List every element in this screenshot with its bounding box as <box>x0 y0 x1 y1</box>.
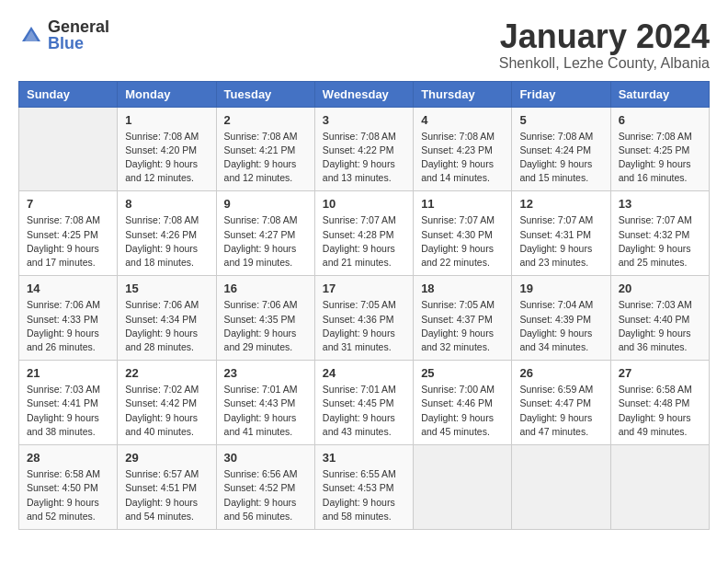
day-info: Sunrise: 7:06 AMSunset: 4:34 PMDaylight:… <box>125 298 208 354</box>
logo: General Blue <box>18 18 109 52</box>
calendar-cell <box>414 445 512 530</box>
day-number: 20 <box>619 282 701 295</box>
calendar-cell: 25Sunrise: 7:00 AMSunset: 4:46 PMDayligh… <box>414 361 512 445</box>
header-day-monday: Monday <box>118 81 216 107</box>
header-row: SundayMondayTuesdayWednesdayThursdayFrid… <box>19 81 710 107</box>
week-row-1: 7Sunrise: 7:08 AMSunset: 4:25 PMDaylight… <box>19 191 710 276</box>
day-number: 28 <box>27 451 109 465</box>
day-info: Sunrise: 6:57 AMSunset: 4:51 PMDaylight:… <box>125 467 208 523</box>
calendar-cell: 27Sunrise: 6:58 AMSunset: 4:48 PMDayligh… <box>610 361 709 445</box>
day-info: Sunrise: 7:07 AMSunset: 4:28 PMDaylight:… <box>323 213 405 270</box>
page-header: General Blue January 2024 Shenkoll, Lezh… <box>18 18 710 72</box>
month-title: January 2024 <box>499 18 710 55</box>
day-info: Sunrise: 7:07 AMSunset: 4:31 PMDaylight:… <box>519 213 602 270</box>
day-info: Sunrise: 7:02 AMSunset: 4:42 PMDaylight:… <box>125 383 208 439</box>
day-number: 16 <box>224 282 307 295</box>
calendar-cell: 30Sunrise: 6:56 AMSunset: 4:52 PMDayligh… <box>216 445 314 530</box>
calendar-cell: 5Sunrise: 7:08 AMSunset: 4:24 PMDaylight… <box>512 107 610 191</box>
header-day-thursday: Thursday <box>414 81 512 107</box>
day-info: Sunrise: 7:08 AMSunset: 4:20 PMDaylight:… <box>125 130 208 186</box>
day-number: 29 <box>125 451 208 465</box>
day-number: 30 <box>224 451 307 465</box>
calendar-cell: 3Sunrise: 7:08 AMSunset: 4:22 PMDaylight… <box>314 107 413 191</box>
week-row-4: 28Sunrise: 6:58 AMSunset: 4:50 PMDayligh… <box>19 445 710 530</box>
day-info: Sunrise: 7:08 AMSunset: 4:25 PMDaylight:… <box>27 213 109 270</box>
header-day-tuesday: Tuesday <box>216 81 314 107</box>
day-info: Sunrise: 7:08 AMSunset: 4:26 PMDaylight:… <box>125 213 208 270</box>
day-number: 11 <box>421 197 504 211</box>
day-number: 8 <box>125 197 208 211</box>
day-info: Sunrise: 7:05 AMSunset: 4:37 PMDaylight:… <box>421 298 504 354</box>
day-info: Sunrise: 6:59 AMSunset: 4:47 PMDaylight:… <box>519 383 602 439</box>
day-info: Sunrise: 7:07 AMSunset: 4:32 PMDaylight:… <box>619 213 701 270</box>
day-number: 22 <box>125 366 208 380</box>
calendar-cell: 18Sunrise: 7:05 AMSunset: 4:37 PMDayligh… <box>414 276 512 361</box>
calendar-cell: 23Sunrise: 7:01 AMSunset: 4:43 PMDayligh… <box>216 361 314 445</box>
day-number: 14 <box>27 282 109 295</box>
day-info: Sunrise: 6:58 AMSunset: 4:50 PMDaylight:… <box>27 467 109 523</box>
day-info: Sunrise: 7:08 AMSunset: 4:25 PMDaylight:… <box>619 130 701 186</box>
day-number: 24 <box>323 366 405 380</box>
day-info: Sunrise: 7:03 AMSunset: 4:40 PMDaylight:… <box>619 298 701 354</box>
week-row-0: 1Sunrise: 7:08 AMSunset: 4:20 PMDaylight… <box>19 107 710 191</box>
day-number: 17 <box>323 282 405 295</box>
day-info: Sunrise: 6:55 AMSunset: 4:53 PMDaylight:… <box>323 467 405 523</box>
calendar-cell: 6Sunrise: 7:08 AMSunset: 4:25 PMDaylight… <box>610 107 709 191</box>
day-info: Sunrise: 7:08 AMSunset: 4:27 PMDaylight:… <box>224 213 307 270</box>
day-number: 26 <box>519 366 602 380</box>
calendar-cell <box>610 445 709 530</box>
day-number: 15 <box>125 282 208 295</box>
calendar-cell: 12Sunrise: 7:07 AMSunset: 4:31 PMDayligh… <box>512 191 610 276</box>
day-info: Sunrise: 7:05 AMSunset: 4:36 PMDaylight:… <box>323 298 405 354</box>
calendar-cell: 21Sunrise: 7:03 AMSunset: 4:41 PMDayligh… <box>19 361 118 445</box>
calendar-cell: 2Sunrise: 7:08 AMSunset: 4:21 PMDaylight… <box>216 107 314 191</box>
calendar-cell: 16Sunrise: 7:06 AMSunset: 4:35 PMDayligh… <box>216 276 314 361</box>
calendar-body: 1Sunrise: 7:08 AMSunset: 4:20 PMDaylight… <box>19 107 710 529</box>
calendar-cell: 8Sunrise: 7:08 AMSunset: 4:26 PMDaylight… <box>118 191 216 276</box>
day-number: 2 <box>224 113 307 127</box>
day-number: 9 <box>224 197 307 211</box>
day-info: Sunrise: 7:08 AMSunset: 4:22 PMDaylight:… <box>323 130 405 186</box>
calendar-cell: 24Sunrise: 7:01 AMSunset: 4:45 PMDayligh… <box>314 361 413 445</box>
calendar-cell: 17Sunrise: 7:05 AMSunset: 4:36 PMDayligh… <box>314 276 413 361</box>
day-info: Sunrise: 7:08 AMSunset: 4:21 PMDaylight:… <box>224 130 307 186</box>
day-number: 7 <box>27 197 109 211</box>
day-info: Sunrise: 7:08 AMSunset: 4:23 PMDaylight:… <box>421 130 504 186</box>
calendar-cell: 29Sunrise: 6:57 AMSunset: 4:51 PMDayligh… <box>118 445 216 530</box>
day-number: 12 <box>519 197 602 211</box>
calendar-table: SundayMondayTuesdayWednesdayThursdayFrid… <box>18 81 710 530</box>
calendar-header: SundayMondayTuesdayWednesdayThursdayFrid… <box>19 81 710 107</box>
day-number: 4 <box>421 113 504 127</box>
calendar-cell: 11Sunrise: 7:07 AMSunset: 4:30 PMDayligh… <box>414 191 512 276</box>
calendar-cell: 20Sunrise: 7:03 AMSunset: 4:40 PMDayligh… <box>610 276 709 361</box>
week-row-3: 21Sunrise: 7:03 AMSunset: 4:41 PMDayligh… <box>19 361 710 445</box>
calendar-cell: 10Sunrise: 7:07 AMSunset: 4:28 PMDayligh… <box>314 191 413 276</box>
day-number: 10 <box>323 197 405 211</box>
calendar-cell: 4Sunrise: 7:08 AMSunset: 4:23 PMDaylight… <box>414 107 512 191</box>
day-number: 31 <box>323 451 405 465</box>
day-number: 21 <box>27 366 109 380</box>
calendar-cell: 22Sunrise: 7:02 AMSunset: 4:42 PMDayligh… <box>118 361 216 445</box>
day-info: Sunrise: 7:07 AMSunset: 4:30 PMDaylight:… <box>421 213 504 270</box>
calendar-cell: 19Sunrise: 7:04 AMSunset: 4:39 PMDayligh… <box>512 276 610 361</box>
header-day-sunday: Sunday <box>19 81 118 107</box>
header-day-wednesday: Wednesday <box>314 81 413 107</box>
day-info: Sunrise: 7:04 AMSunset: 4:39 PMDaylight:… <box>519 298 602 354</box>
day-info: Sunrise: 6:56 AMSunset: 4:52 PMDaylight:… <box>224 467 307 523</box>
calendar-cell: 9Sunrise: 7:08 AMSunset: 4:27 PMDaylight… <box>216 191 314 276</box>
day-number: 27 <box>619 366 701 380</box>
day-number: 19 <box>519 282 602 295</box>
calendar-cell: 26Sunrise: 6:59 AMSunset: 4:47 PMDayligh… <box>512 361 610 445</box>
location-title: Shenkoll, Lezhe County, Albania <box>499 55 710 72</box>
title-area: January 2024 Shenkoll, Lezhe County, Alb… <box>499 18 710 72</box>
day-info: Sunrise: 7:06 AMSunset: 4:35 PMDaylight:… <box>224 298 307 354</box>
day-number: 1 <box>125 113 208 127</box>
day-info: Sunrise: 7:01 AMSunset: 4:45 PMDaylight:… <box>323 383 405 439</box>
day-number: 23 <box>224 366 307 380</box>
day-number: 25 <box>421 366 504 380</box>
day-number: 5 <box>519 113 602 127</box>
calendar-cell: 31Sunrise: 6:55 AMSunset: 4:53 PMDayligh… <box>314 445 413 530</box>
calendar-cell <box>19 107 118 191</box>
calendar-cell <box>512 445 610 530</box>
day-number: 18 <box>421 282 504 295</box>
